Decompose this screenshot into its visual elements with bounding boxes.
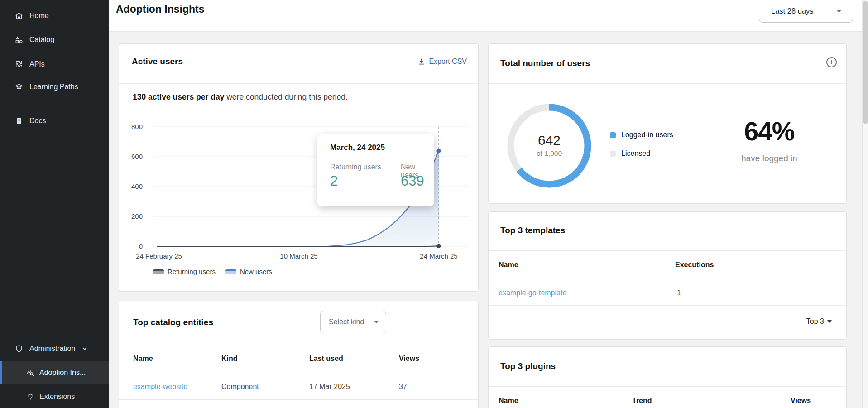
x-tick-3: 24 March 25 [409,252,468,260]
card-title: Top catalog entities [133,317,213,327]
x-tick-1: 24 February 25 [129,252,188,260]
chevron-down-icon [374,321,379,323]
donut-legend-label: Logged-in users [621,131,673,139]
col-header-kind[interactable]: Kind [221,355,238,363]
logged-in-swatch [610,132,616,138]
learning-paths-icon [14,82,24,91]
table-divider [119,370,478,370]
catalog-entity-link[interactable]: example-website [133,383,187,391]
catalog-entity-views: 37 [399,383,407,391]
donut-legend-logged-in: Logged-in users [610,131,673,139]
sidebar-item-label: Administration [29,345,75,353]
new-users-swatch [225,269,236,274]
tooltip-returning-value: 2 [330,173,338,189]
sidebar-divider [0,332,109,332]
sidebar-item-label: Home [29,12,49,20]
sidebar-item-home[interactable]: Home [0,4,109,28]
col-header-name[interactable]: Name [499,261,518,269]
top-3-pagination-select[interactable]: Top 3 [806,317,832,326]
percent-value: 64% [710,116,828,146]
top-plugins-card: Top 3 plugins Name Trend Views [488,346,847,408]
administration-shield-icon [14,344,24,353]
content-area: Active users Export CSV 130 active users… [109,32,862,408]
tooltip-date: March, 24 2025 [330,143,385,152]
legend-label: Returning users [168,268,216,275]
card-divider [489,83,846,84]
card-divider [119,344,478,344]
chevron-down-icon [827,320,832,323]
sidebar-item-label: Docs [29,117,46,125]
col-header-executions[interactable]: Executions [675,261,714,269]
percent-caption: have logged in [710,154,828,163]
chart-legend: Returning users New users [153,268,272,275]
card-title: Total number of users [500,58,590,68]
active-users-card: Active users Export CSV 130 active users… [119,43,479,292]
sidebar-item-learning-paths[interactable]: Learning Paths [0,75,109,99]
x-tick-2: 10 March 25 [269,252,328,260]
info-icon[interactable]: i [826,57,837,67]
page-header: Adoption Insights Last 28 days [109,0,862,32]
sidebar-item-catalog[interactable]: Catalog [0,28,109,52]
active-item-indicator [0,361,2,384]
template-executions: 1 [677,289,681,297]
template-link[interactable]: example-go-template [499,289,566,297]
top-3-label: Top 3 [806,317,824,326]
tooltip-returning-label: Returning users [330,163,381,171]
sidebar-item-administration[interactable]: Administration [0,337,109,360]
window-scrollbar[interactable] [862,0,868,408]
donut-legend-label: Licensed [621,149,650,158]
donut-legend-licensed: Licensed [610,149,650,158]
sidebar-divider [0,101,109,101]
chevron-down-icon [82,346,88,352]
licensed-swatch [610,151,616,157]
col-header-last-used[interactable]: Last used [309,355,343,363]
tooltip-new-value: 639 [401,173,424,189]
sidebar-item-extensions[interactable]: Extensions [0,385,109,408]
total-users-card: Total number of users i 642 of 1,000 Log… [488,43,847,204]
page-title: Adoption Insights [116,3,204,15]
logged-in-percent: 64% have logged in [710,116,828,163]
card-divider [489,250,846,251]
scrollbar-thumb[interactable] [863,1,868,124]
donut-subvalue: of 1,000 [504,149,595,158]
catalog-entity-last-used: 17 Mar 2025 [309,383,350,391]
date-range-value: Last 28 days [771,7,814,15]
adoption-insights-icon [26,369,34,377]
chart-tooltip: March, 24 2025 Returning users New users… [317,134,434,206]
sidebar: Home Catalog APIs Learning Paths Docs [0,0,109,408]
top-templates-card: Top 3 templates Name Executions example-… [488,211,847,340]
table-divider [489,278,846,278]
col-header-name[interactable]: Name [133,355,153,363]
date-range-select[interactable]: Last 28 days [759,0,853,23]
donut-center-label: 642 of 1,000 [504,133,595,158]
sidebar-item-adoption-insights[interactable]: Adoption Ins... [0,361,109,384]
sidebar-item-label: Extensions [39,393,75,401]
table-divider [119,399,478,400]
select-kind-label: Select kind [329,318,364,326]
col-header-trend[interactable]: Trend [632,397,652,405]
sidebar-item-docs[interactable]: Docs [0,109,109,133]
donut-value: 642 [504,133,595,148]
api-icon [14,60,24,69]
returning-users-swatch [153,269,164,274]
catalog-icon [14,35,24,44]
select-kind-dropdown[interactable]: Select kind [320,311,386,333]
sidebar-item-label: Catalog [29,36,54,44]
card-title: Top 3 plugins [500,361,556,371]
extensions-plug-icon [26,393,34,401]
docs-icon [14,116,24,125]
col-header-views[interactable]: Views [791,397,811,405]
legend-item-new[interactable]: New users [225,268,272,275]
top-catalog-entities-card: Top catalog entities Select kind Name Ki… [119,301,479,408]
table-divider [489,305,846,306]
chevron-down-icon [836,10,842,13]
legend-label: New users [240,268,272,275]
sidebar-item-apis[interactable]: APIs [0,53,109,76]
home-icon [14,11,24,20]
sidebar-item-label: APIs [29,60,45,68]
legend-item-returning[interactable]: Returning users [153,268,216,275]
col-header-name[interactable]: Name [499,397,518,405]
col-header-views[interactable]: Views [399,355,419,363]
catalog-entity-kind: Component [221,383,259,391]
sidebar-item-label: Adoption Ins... [39,369,86,377]
